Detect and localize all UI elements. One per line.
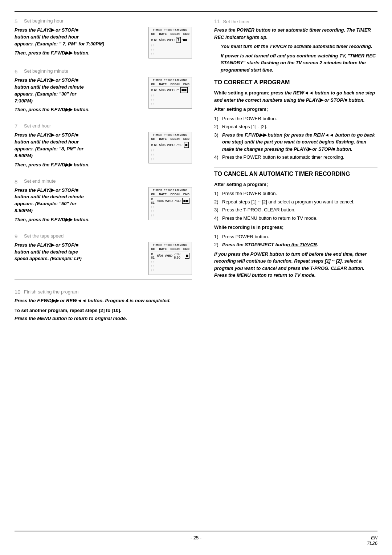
step-6-then: Then, press the F.FWD▶▶ button. [15,106,144,113]
page-en-label: EN [371,535,377,540]
step-5-display: TIMER PROGRAMMING CHDATEBEGINEND B 615/0… [148,27,192,58]
step-7-display: TIMER PROGRAMMING CHDATEBEGINEND B 615/0… [148,132,192,163]
correct-item-1: 1)Press the POWER button. [214,115,377,122]
step-7-header: 7 Set end hour [15,123,192,130]
step-11-header: 11 Set the timer [214,18,377,24]
correct-list: 1)Press the POWER button. 2)Repeat steps… [214,115,377,161]
step-7-body: Press the PLAY/▶ or STOP/■button until t… [15,132,192,168]
step-10-num: 10 [15,289,23,295]
step-10-block: 10 Finish setting the program Press the … [15,285,192,323]
step-8-header: 8 Set end minute [15,178,192,185]
while-item-2: 2)Press the STOP/EJECT button the TV/VCR… [214,241,377,248]
step-6-header: 6 Set beginning minute [15,68,192,75]
step-6-title: Set beginning minute [24,68,68,74]
step-5-then: Then, press the F.FWD▶▶ button. [15,50,144,57]
cancel-title: TO CANCEL AN AUTOMATIC TIMER RECORDING [214,167,377,177]
step-7-text: Press the PLAY/▶ or STOP/■button until t… [15,132,144,168]
correct-item-3: 3)Press the F.FWD▶▶ button (or press the… [214,131,377,153]
step-5-header: 5 Set beginning hour [15,18,192,25]
step-9-header: 9 Set the tape speed [15,233,192,240]
cancel-item-2: 2)Repeat steps [1] ~ [2] and select a pr… [214,198,377,206]
step-5-num: 5 [15,18,23,25]
step-11-num: 11 [214,18,220,24]
cancel-body: After setting a program; 1)Press the POW… [214,181,377,279]
step-5-text: Press the PLAY/▶ or STOP/■button until t… [15,27,144,56]
step-8-text: Press the PLAY/▶ or STOP/■button until t… [15,187,144,223]
step-6-num: 6 [15,68,23,75]
cancel-item-1: 1)Press the POWER button. [214,190,377,197]
step-5-body: Press the PLAY/▶ or STOP/■button until t… [15,27,192,58]
cancel-item-4: 4)Press the MENU button to return to TV … [214,215,377,222]
cancel-list: 1)Press the POWER button. 2)Repeat steps… [214,190,377,222]
step-11-title: Set the timer [223,19,250,24]
step-8-block: 8 Set end minute Press the PLAY/▶ or STO… [15,178,192,228]
page-footer: - 25 - EN 7L26 [15,535,377,540]
step-6-text: Press the PLAY/▶ or STOP/■button until t… [15,77,144,113]
left-column: 5 Set beginning hour Press the PLAY/▶ or… [15,18,203,524]
step-7-block: 7 Set end hour Press the PLAY/▶ or STOP/… [15,123,192,173]
step-8-body: Press the PLAY/▶ or STOP/■button until t… [15,187,192,223]
step-8-display: TIMER PROGRAMMING CHDATEBEGINEND B 615/0… [148,187,192,220]
step-5-title: Set beginning hour [24,18,64,24]
step-9-block: 9 Set the tape speed Press the PLAY/▶ or… [15,233,192,280]
correct-item-4: 4)Press the POWER button to set automati… [214,154,377,161]
bottom-rule [15,531,377,531]
step-7-num: 7 [15,123,23,130]
step-8-num: 8 [15,178,23,185]
correct-section: TO CORRECT A PROGRAM While setting a pro… [214,79,377,161]
step-9-text: Press the PLAY/▶ or STOP/■button until t… [15,242,144,263]
step-6-block: 6 Set beginning minute Press the PLAY/▶ … [15,68,192,118]
page-code-label: 7L26 [367,540,377,546]
step-9-num: 9 [15,233,23,240]
step-7-then: Then, press the F.FWD▶▶ button. [15,162,144,169]
step-6-display: TIMER PROGRAMMING CHDATEBEGINEND B 615/0… [148,77,192,109]
step-10-text: Press the F.FWD▶▶ or REW◄◄ button. Progr… [15,297,192,323]
page-number: - 25 - [191,535,201,540]
step-11-body: Press the POWER button to set automatic … [214,27,377,73]
step-8-title: Set end minute [24,178,56,184]
step-9-display: TIMER PROGRAMMING CHDATEBEGINEND B 615/0… [148,242,192,275]
while-list: 1)Press POWER button. 2)Press the STOP/E… [214,233,377,248]
step-9-title: Set the tape speed [24,233,64,239]
cancel-item-3: 3)Press the T-PROG. CLEAR button. [214,206,377,214]
while-item-1: 1)Press POWER button. [214,233,377,240]
step-9-body: Press the PLAY/▶ or STOP/■button until t… [15,242,192,275]
step-10-header: 10 Finish setting the program [15,285,192,295]
correct-body: While setting a program; press the REW◄◄… [214,89,377,161]
cancel-section: TO CANCEL AN AUTOMATIC TIMER RECORDING A… [214,167,377,279]
step-8-then: Then, press the F.FWD▶▶ button. [15,216,144,223]
page: 5 Set beginning hour Press the PLAY/▶ or… [0,0,392,555]
step-7-title: Set end hour [24,123,51,129]
step-5-block: 5 Set beginning hour Press the PLAY/▶ or… [15,18,192,63]
right-column: 11 Set the timer Press the POWER button … [203,18,377,524]
content-area: 5 Set beginning hour Press the PLAY/▶ or… [15,18,377,524]
step-6-body: Press the PLAY/▶ or STOP/■button until t… [15,77,192,113]
step-11-block: 11 Set the timer Press the POWER button … [214,18,377,73]
correct-title: TO CORRECT A PROGRAM [214,79,377,86]
correct-item-2: 2)Repeat steps [1] - [2]. [214,123,377,130]
step-10-title: Finish setting the program [24,289,78,295]
top-rule [15,11,377,12]
